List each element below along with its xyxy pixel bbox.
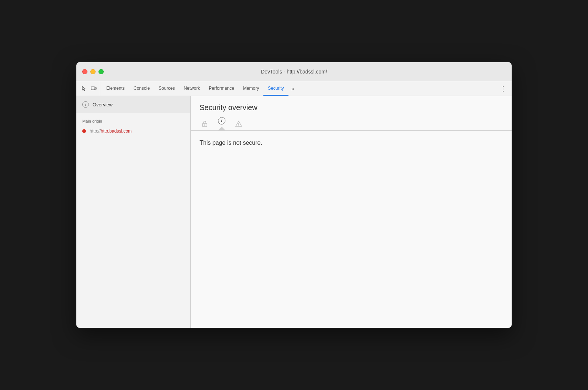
minimize-button[interactable] <box>90 69 96 74</box>
window-title: DevTools - http://badssl.com/ <box>261 69 327 75</box>
titlebar: DevTools - http://badssl.com/ <box>76 62 512 81</box>
not-secure-message: This page is not secure. <box>191 131 512 155</box>
info-icon-active: i <box>218 117 225 124</box>
svg-point-5 <box>238 125 239 126</box>
toolbar-icon-group <box>78 81 100 96</box>
more-tabs-button[interactable]: » <box>288 81 297 96</box>
tab-elements[interactable]: Elements <box>102 81 129 96</box>
info-circle-icon: i <box>82 101 89 108</box>
sidebar: i Overview Main origin http://http.badss… <box>76 96 191 328</box>
warning-triangle-icon <box>234 119 244 129</box>
menu-button[interactable]: ⋮ <box>496 81 510 96</box>
insecure-dot <box>82 129 86 133</box>
tab-network[interactable]: Network <box>179 81 204 96</box>
device-icon[interactable] <box>90 85 97 92</box>
tab-memory[interactable]: Memory <box>239 81 263 96</box>
maximize-button[interactable] <box>98 69 104 74</box>
sidebar-overview-item[interactable]: i Overview <box>76 96 190 113</box>
toolbar: Elements Console Sources Network Perform… <box>76 81 512 96</box>
main-panel: Security overview i <box>191 96 512 328</box>
svg-rect-0 <box>91 87 95 90</box>
svg-rect-1 <box>95 88 96 89</box>
traffic-lights <box>82 69 104 74</box>
devtools-window: DevTools - http://badssl.com/ Elements C… <box>76 62 512 328</box>
origin-item[interactable]: http://http.badssl.com <box>76 126 190 136</box>
overview-label: Overview <box>93 102 113 107</box>
security-icons-row: i <box>191 112 512 130</box>
tab-performance[interactable]: Performance <box>204 81 239 96</box>
lock-icon <box>200 119 210 129</box>
origin-link[interactable]: http://http.badssl.com <box>90 129 132 134</box>
cursor-icon[interactable] <box>81 85 87 92</box>
tab-sources[interactable]: Sources <box>154 81 179 96</box>
security-overview-title: Security overview <box>191 96 512 112</box>
close-button[interactable] <box>82 69 87 74</box>
content-area: i Overview Main origin http://http.badss… <box>76 96 512 328</box>
info-icon-active-indicator: i <box>217 117 227 130</box>
tab-security[interactable]: Security <box>263 81 288 96</box>
origin-scheme: http:// <box>90 129 101 134</box>
tab-console[interactable]: Console <box>129 81 154 96</box>
svg-point-3 <box>204 124 205 126</box>
indicator-arrow <box>218 127 225 130</box>
origin-host: http.badssl.com <box>101 129 132 134</box>
main-origin-label: Main origin <box>76 113 190 126</box>
toolbar-spacer <box>297 81 496 96</box>
